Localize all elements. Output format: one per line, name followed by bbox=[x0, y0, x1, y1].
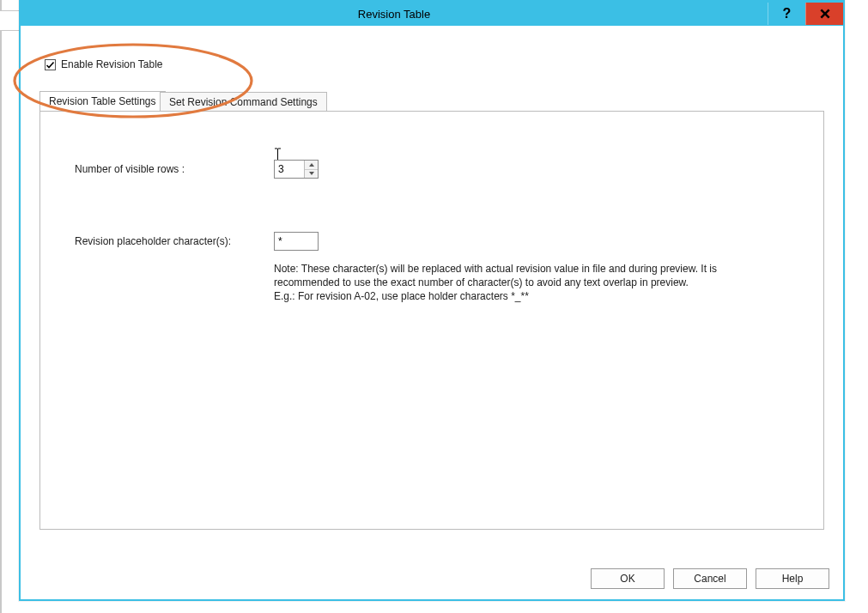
cancel-button[interactable]: Cancel bbox=[673, 568, 747, 589]
parent-edge bbox=[0, 0, 2, 613]
tab-label: Revision Table Settings bbox=[49, 95, 156, 107]
placeholder-row: Revision placeholder character(s): bbox=[75, 232, 319, 251]
svg-marker-3 bbox=[309, 163, 314, 167]
enable-revision-row: Enable Revision Table bbox=[45, 58, 824, 70]
checkbox-checked-icon bbox=[45, 59, 56, 70]
button-label: Help bbox=[782, 573, 804, 585]
chevron-down-icon bbox=[308, 171, 315, 176]
tab-revision-table-settings[interactable]: Revision Table Settings bbox=[39, 91, 166, 112]
note-line: recommended to use the exact number of c… bbox=[274, 276, 806, 289]
close-button[interactable] bbox=[805, 3, 843, 25]
tabstrip: Revision Table Settings Set Revision Com… bbox=[39, 91, 824, 112]
chevron-up-icon bbox=[308, 162, 315, 167]
parent-window-bg: Revision Table ? Enable Revisio bbox=[0, 0, 868, 613]
enable-revision-checkbox[interactable] bbox=[45, 59, 56, 70]
question-mark-icon: ? bbox=[783, 6, 792, 21]
dialog-buttons: OK Cancel Help bbox=[591, 568, 829, 589]
help-titlebar-button[interactable]: ? bbox=[768, 3, 805, 25]
visible-rows-label: Number of visible rows : bbox=[75, 163, 274, 175]
placeholder-label: Revision placeholder character(s): bbox=[75, 235, 274, 247]
dialog-body: Enable Revision Table Revision Table Set… bbox=[21, 26, 843, 599]
visible-rows-input[interactable] bbox=[275, 161, 304, 178]
placeholder-note: Note: These character(s) will be replace… bbox=[274, 262, 806, 303]
spinner-up-button[interactable] bbox=[305, 161, 318, 170]
window-title: Revision Table bbox=[21, 8, 768, 21]
note-line: Note: These character(s) will be replace… bbox=[274, 262, 806, 276]
tab-set-revision-command-settings[interactable]: Set Revision Command Settings bbox=[160, 92, 327, 112]
titlebar: Revision Table ? bbox=[21, 2, 843, 26]
button-label: OK bbox=[620, 573, 634, 585]
svg-marker-4 bbox=[309, 172, 314, 175]
note-line: E.g.: For revision A-02, use place holde… bbox=[274, 289, 806, 303]
revision-table-dialog: Revision Table ? Enable Revisio bbox=[19, 0, 845, 601]
spinner-down-button[interactable] bbox=[305, 170, 318, 179]
visible-rows-spinner[interactable] bbox=[274, 160, 319, 179]
visible-rows-row: Number of visible rows : bbox=[75, 160, 319, 179]
svg-rect-2 bbox=[46, 59, 56, 70]
spinner-arrows bbox=[304, 161, 318, 178]
ok-button[interactable]: OK bbox=[591, 568, 665, 589]
enable-revision-label: Enable Revision Table bbox=[61, 58, 163, 70]
tab-label: Set Revision Command Settings bbox=[169, 96, 318, 108]
close-icon bbox=[819, 8, 831, 20]
button-label: Cancel bbox=[694, 573, 725, 585]
settings-panel: Number of visible rows : bbox=[39, 111, 824, 530]
help-button[interactable]: Help bbox=[756, 568, 829, 589]
placeholder-input[interactable] bbox=[274, 232, 319, 251]
